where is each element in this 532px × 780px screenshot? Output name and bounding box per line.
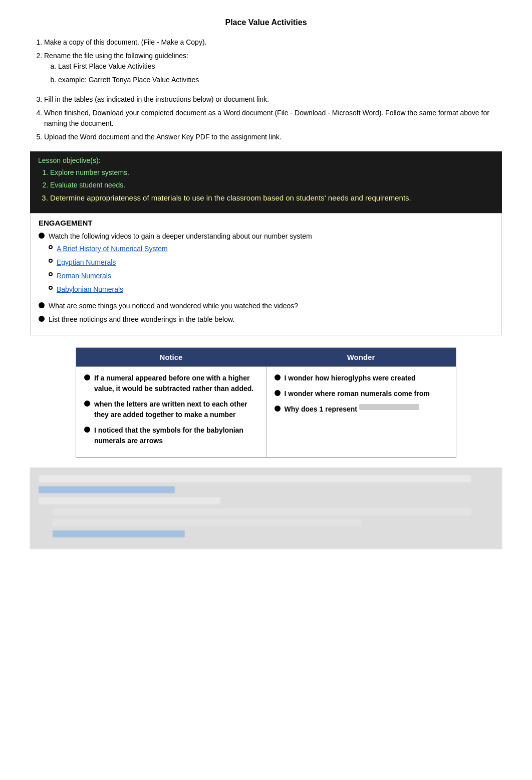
sub-bullet-icon [49,259,53,263]
wonder-cell: I wonder how hieroglyphs were created I … [266,366,456,457]
bullet-icon [39,233,45,239]
video-link-2[interactable]: Egyptian Numerals [49,257,312,268]
engagement-title: ENGAGEMENT [39,219,493,227]
bullet-icon [39,316,45,322]
instruction-2b: example: Garrett Tonya Place Value Activ… [58,75,502,85]
engagement-noticed: What are some things you noticed and won… [39,301,493,311]
notice-wonder-container: Notice Wonder If a numeral appeared befo… [30,347,502,458]
wonder-item-2: I wonder where roman numerals come from [275,388,448,399]
blurred-bottom-section [30,468,502,549]
video-link-3[interactable]: Roman Numerals [49,271,312,281]
cell-bullet-icon [84,374,90,380]
blurred-line-3 [53,508,471,515]
sub-bullet-icon [49,245,53,249]
cell-bullet-icon [275,390,281,396]
page-container: Place Value Activities Make a copy of th… [0,0,532,584]
instruction-5: Upload the Word document and the Answer … [44,132,502,142]
notice-item-1: If a numeral appeared before one with a … [84,373,258,394]
sub-bullet-icon [49,272,53,276]
notice-item-3: I noticed that the symbols for the babyl… [84,425,258,446]
instructions-section: Make a copy of this document. (File - Ma… [30,37,502,142]
blurred-text [359,404,419,410]
sub-bullet-icon [49,286,53,290]
instruction-1: Make a copy of this document. (File - Ma… [44,37,502,48]
notice-cell: If a numeral appeared before one with a … [76,366,267,457]
page-title: Place Value Activities [30,18,502,27]
blurred-line-2 [39,497,220,504]
wonder-item-1: I wonder how hieroglyphs were created [275,373,448,383]
engagement-watch: Watch the following videos to gain a dee… [39,231,493,298]
cell-bullet-icon [84,401,90,407]
objective-1: Explore number systems. [50,167,494,178]
objective-2: Evaluate student needs. [50,180,494,190]
engagement-section: ENGAGEMENT Watch the following videos to… [30,213,502,335]
cell-bullet-icon [84,427,90,433]
lesson-objectives-label: Lesson objective(s): [38,156,494,164]
lesson-objectives-section: Lesson objective(s): Explore number syst… [30,151,502,213]
engagement-list: List three noticings and three wondering… [39,314,493,325]
instruction-2: Rename the file using the following guid… [44,51,502,85]
instruction-3: Fill in the tables (as indicated in the … [44,94,502,105]
video-link-4[interactable]: Babylonian Numerals [49,284,312,295]
objective-3: Determine appropriateness of materials t… [50,192,494,204]
blurred-line-4 [53,519,361,526]
blurred-line-1 [39,475,471,482]
wonder-item-3: Why does 1 represent [275,404,448,415]
instruction-4: When finished, Download your completed d… [44,108,502,129]
cell-bullet-icon [275,374,281,380]
bullet-icon [39,302,45,308]
notice-header: Notice [76,347,267,366]
wonder-header: Wonder [266,347,456,366]
instruction-2a: Last First Place Value Activities [58,61,502,72]
blurred-link [39,486,175,493]
blurred-link-2 [53,530,185,537]
notice-item-2: when the letters are written next to eac… [84,399,258,420]
cell-bullet-icon [275,406,281,412]
notice-wonder-table: Notice Wonder If a numeral appeared befo… [76,347,456,458]
video-link-1[interactable]: A Brief History of Numerical System [49,244,312,254]
